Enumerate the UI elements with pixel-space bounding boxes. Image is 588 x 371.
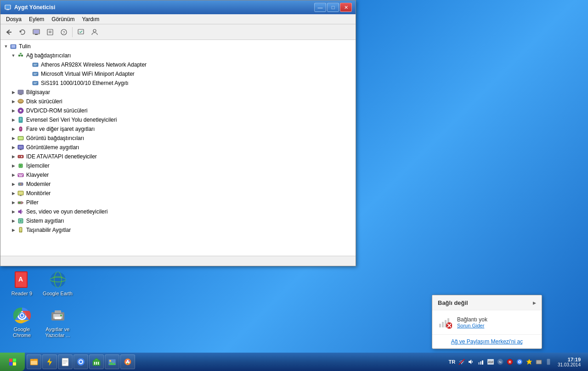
desktop-icon-printers[interactable]: Aygıtlar ve Yazıcılar ... — [40, 304, 75, 340]
svg-rect-17 — [21, 55, 23, 56]
svg-rect-65 — [18, 202, 21, 203]
tree-item-ms-wifi[interactable]: ▶ Microsoft Virtual WiFi Miniport Adapte… — [0, 69, 356, 79]
svg-point-13 — [93, 29, 96, 32]
svg-rect-119 — [478, 362, 480, 365]
tree-item-ide[interactable]: ▶ IDE ATA/ATAPI denetleyiciler — [0, 152, 356, 161]
svg-rect-64 — [23, 202, 23, 203]
toolbar: ? — [0, 24, 356, 40]
menu-dosya[interactable]: Dosya — [2, 15, 25, 23]
toolbar-properties[interactable] — [44, 26, 57, 38]
expand-monitors: ▶ — [10, 189, 17, 198]
ide-icon — [17, 153, 24, 160]
svg-rect-95 — [31, 361, 37, 365]
svg-point-110 — [109, 360, 111, 362]
desktop-icon-reader9[interactable]: A Reader 9 — [5, 269, 39, 298]
tree-item-network-adapters[interactable]: ▼ Ağ bağdaştırıcıları — [0, 51, 356, 60]
tree-label-sound: Ses, video ve oyun denetleyicileri — [26, 208, 107, 215]
tree-item-dvd[interactable]: ▶ DVD/CD-ROM sürücüleri — [0, 106, 356, 115]
menu-yardim[interactable]: Yardım — [78, 15, 103, 23]
tree-item-mouse[interactable]: ▶ Fare ve diğer işaret aygıtları — [0, 124, 356, 134]
google-chrome-image — [13, 306, 31, 325]
svg-rect-106 — [94, 362, 95, 365]
tree-item-processors[interactable]: ▶ İşlemciler — [0, 161, 356, 170]
expand-ide: ▶ — [10, 152, 17, 161]
close-button[interactable]: ✕ — [340, 3, 352, 12]
tree-item-sound[interactable]: ▶ Ses, video ve oyun denetleyicileri — [0, 207, 356, 216]
tree-item-keyboard[interactable]: ▶ Klavyeler — [0, 170, 356, 180]
tree-item-monitors[interactable]: ▶ Monitörler — [0, 189, 356, 198]
tree-label-battery: Piller — [26, 199, 39, 206]
desktop-icon-google-earth[interactable]: Google Earth — [40, 269, 75, 298]
svg-rect-45 — [20, 149, 22, 150]
svg-rect-93 — [13, 362, 16, 365]
tray-battery-signal[interactable] — [477, 358, 485, 366]
tray-wifi[interactable] — [458, 358, 466, 366]
toolbar-help[interactable]: ? — [57, 26, 70, 38]
tree-item-atheros[interactable]: ▶ Atheros AR928X Wireless Network Adapte… — [0, 60, 356, 69]
system-tray: TR — [444, 353, 588, 371]
expand-keyboard: ▶ — [10, 170, 17, 180]
taskbar-chrome[interactable] — [74, 354, 88, 369]
clock[interactable]: 17:19 31.03.2014 — [554, 357, 584, 367]
taskbar-lightning[interactable] — [42, 354, 57, 369]
tree-panel[interactable]: ▼ Tulin ▼ Ağ bağdaştırıcıları ▶ — [0, 40, 356, 256]
tray-app1[interactable]: AM — [486, 358, 495, 366]
tree-item-sis191[interactable]: ▶ SiS191 1000/100/10 Ethernet Aygıtı — [0, 79, 356, 88]
tray-app6[interactable] — [535, 358, 543, 366]
tree-item-display-devices[interactable]: ▶ Görüntüleme aygıtları — [0, 143, 356, 152]
svg-rect-55 — [22, 174, 23, 175]
tray-app2[interactable]: N — [496, 358, 504, 366]
svg-marker-96 — [47, 358, 52, 365]
toolbar-refresh[interactable] — [16, 26, 29, 38]
popup-connection-item: Bağlantı yok Sorun Gider — [432, 310, 542, 334]
tree-item-disk[interactable]: ▶ Disk sürücüleri — [0, 97, 356, 106]
tray-lang[interactable]: TR — [448, 358, 456, 366]
tray-volume[interactable] — [467, 358, 475, 366]
tree-item-modem[interactable]: ▶ Modemler — [0, 180, 356, 189]
tree-item-system[interactable]: ▶ Sistem aygıtları — [0, 216, 356, 225]
svg-point-58 — [19, 184, 20, 185]
fix-link[interactable]: Sorun Gider — [457, 323, 487, 328]
toolbar-scan[interactable] — [74, 26, 87, 38]
reader9-image: A — [13, 270, 31, 289]
network-center-link[interactable]: Ağ ve Paylaşım Merkezi'ni aç — [451, 338, 523, 345]
tree-item-battery[interactable]: ▶ Piller — [0, 198, 356, 207]
svg-point-48 — [21, 156, 23, 157]
maximize-button[interactable]: □ — [327, 3, 339, 12]
google-earth-label: Google Earth — [43, 291, 73, 297]
taskbar-document[interactable] — [58, 354, 73, 369]
taskbar-bank[interactable] — [89, 354, 104, 369]
taskbar-explorer[interactable] — [27, 354, 41, 369]
tray-app4[interactable] — [515, 358, 524, 366]
popup-close-button[interactable]: ▸ — [533, 299, 536, 306]
svg-rect-90 — [9, 359, 12, 362]
tray-app5[interactable] — [525, 358, 533, 366]
start-button[interactable] — [0, 353, 25, 371]
toolbar-back[interactable] — [2, 26, 15, 38]
tree-item-portable[interactable]: ▶ Taşınabilir Aygıtlar — [0, 225, 356, 235]
taskbar-paint[interactable] — [120, 354, 135, 369]
tree-label-dvd: DVD/CD-ROM sürücüleri — [26, 107, 87, 114]
toolbar-user[interactable] — [88, 26, 101, 38]
svg-rect-27 — [33, 81, 38, 85]
toolbar-computer[interactable] — [30, 26, 43, 38]
menu-eylem[interactable]: Eylem — [25, 15, 48, 23]
tree-item-bilgisayar[interactable]: ▶ Bilgisayar — [0, 88, 356, 97]
tray-app3[interactable]: R — [506, 358, 514, 366]
svg-rect-1 — [6, 9, 9, 10]
tree-item-display-adapter[interactable]: ▶ Görüntü bağdaştırıcıları — [0, 134, 356, 143]
tray-show-desktop[interactable] — [544, 358, 553, 366]
tree-item-usb[interactable]: ▶ Evrensel Seri Veri Yolu denetleyiciler… — [0, 115, 356, 124]
tree-label-network: Ağ bağdaştırıcıları — [26, 52, 71, 59]
minimize-button[interactable]: — — [314, 3, 326, 12]
tree-label-atheros: Atheros AR928X Wireless Network Adapter — [41, 62, 147, 68]
svg-rect-107 — [96, 362, 97, 365]
desktop-icon-google-chrome[interactable]: Google Chrome — [5, 304, 39, 340]
svg-marker-131 — [526, 359, 532, 365]
menu-gorunum[interactable]: Görünüm — [48, 15, 78, 23]
tree-root[interactable]: ▼ Tulin — [0, 42, 356, 51]
svg-point-72 — [20, 231, 21, 232]
svg-rect-108 — [98, 362, 99, 365]
tree-label-keyboard: Klavyeler — [26, 172, 49, 178]
taskbar-gallery[interactable] — [105, 354, 119, 369]
